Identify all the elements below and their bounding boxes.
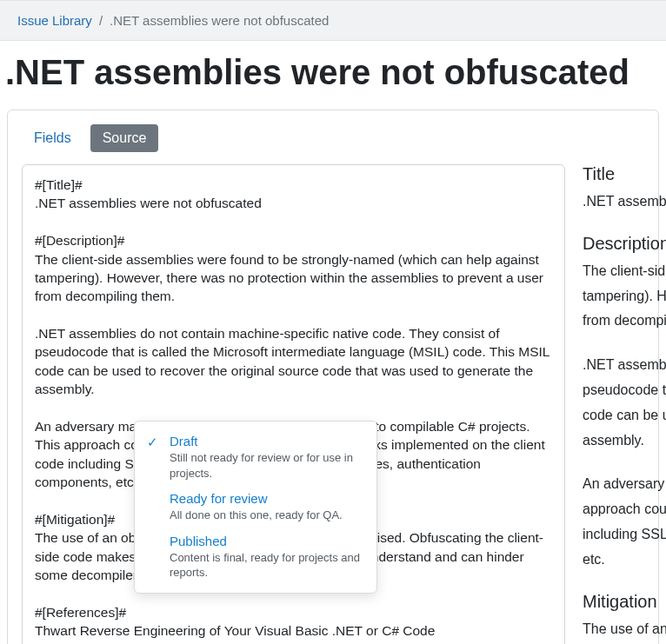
breadcrumb-bar: Issue Library / .NET assemblies were not…	[0, 0, 666, 41]
check-icon: ✓	[147, 435, 158, 450]
tab-fields[interactable]: Fields	[22, 124, 83, 152]
status-option-label: Draft	[170, 434, 363, 448]
status-option-desc: Content is final, ready for projects and…	[170, 550, 363, 581]
status-option-desc: Still not ready for review or for use in…	[170, 450, 363, 481]
breadcrumb: Issue Library / .NET assemblies were not…	[17, 13, 649, 28]
preview-desc-p1: The client-sid tampering). H from decomp…	[583, 259, 666, 334]
preview-line: An adversary	[583, 476, 664, 491]
status-option-desc: All done on this one, ready for QA.	[170, 508, 363, 523]
breadcrumb-root-link[interactable]: Issue Library	[17, 13, 92, 28]
preview-title-heading: Title	[583, 164, 666, 184]
breadcrumb-separator: /	[99, 13, 103, 28]
preview-line: pseudocode t	[583, 382, 666, 397]
tabs: Fields Source	[22, 124, 644, 152]
preview-line: code can be u	[583, 408, 666, 422]
preview-line: assembly.	[583, 433, 644, 448]
page-title: .NET assemblies were not obfuscated	[0, 41, 666, 110]
preview-line: etc.	[583, 552, 605, 567]
status-option-label: Published	[170, 534, 363, 548]
preview-desc-p2: .NET assemb pseudocode t code can be u a…	[583, 353, 666, 453]
status-option-published[interactable]: Published Content is final, ready for pr…	[135, 528, 376, 586]
preview-mitigation-heading: Mitigation	[583, 592, 666, 612]
status-option-ready[interactable]: Ready for review All done on this one, r…	[135, 486, 376, 528]
preview-line: including SSL	[583, 527, 666, 541]
preview-line: tampering). H	[583, 289, 666, 303]
preview-description-heading: Description	[583, 234, 666, 254]
preview-line: approach cou	[583, 501, 666, 516]
preview-title-value: .NET assemb	[583, 189, 666, 215]
preview-line: .NET assemb	[583, 357, 666, 372]
preview-line: The client-sid	[583, 263, 665, 278]
breadcrumb-current: .NET assemblies were not obfuscated	[110, 13, 329, 28]
preview-line: The use of an	[583, 621, 666, 636]
status-dropdown-menu: ✓ Draft Still not ready for review or fo…	[134, 421, 377, 594]
preview-desc-p3: An adversary approach cou including SSL …	[583, 472, 666, 572]
preview-pane: Title .NET assemb Description The client…	[583, 164, 666, 644]
preview-mitigation-p1: The use of an	[583, 617, 666, 642]
status-option-draft[interactable]: ✓ Draft Still not ready for review or fo…	[135, 428, 376, 486]
tab-source[interactable]: Source	[90, 124, 159, 152]
preview-line: from decompi	[583, 313, 666, 328]
status-option-label: Ready for review	[170, 491, 363, 506]
